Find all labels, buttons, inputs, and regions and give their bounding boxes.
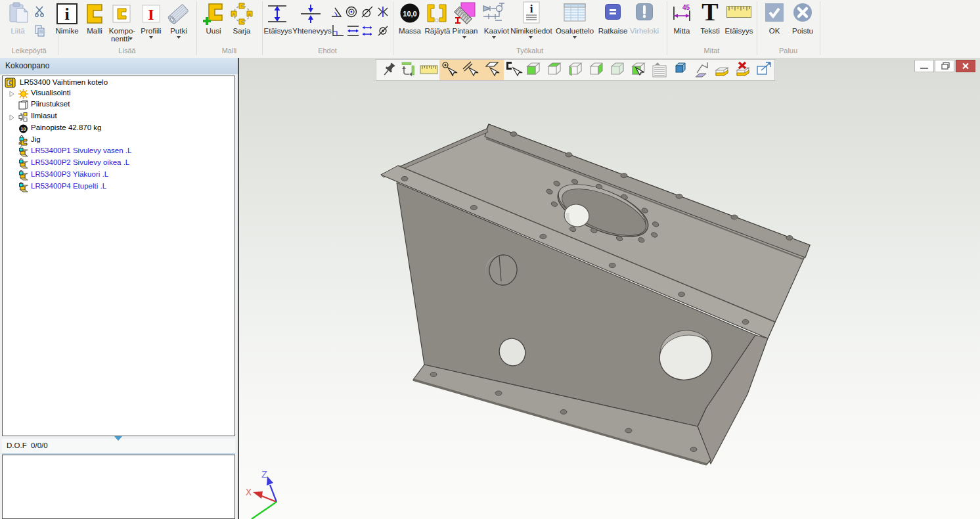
svg-text:Z: Z: [261, 470, 267, 481]
svg-text:i: i: [530, 3, 533, 15]
svg-text:I: I: [148, 6, 154, 23]
svg-text:T: T: [702, 1, 718, 24]
svg-text:10: 10: [21, 127, 26, 131]
svg-text:45: 45: [682, 4, 690, 11]
svg-text:i: i: [64, 5, 69, 24]
svg-text:10,0: 10,0: [403, 10, 416, 18]
svg-text:X: X: [246, 487, 252, 499]
